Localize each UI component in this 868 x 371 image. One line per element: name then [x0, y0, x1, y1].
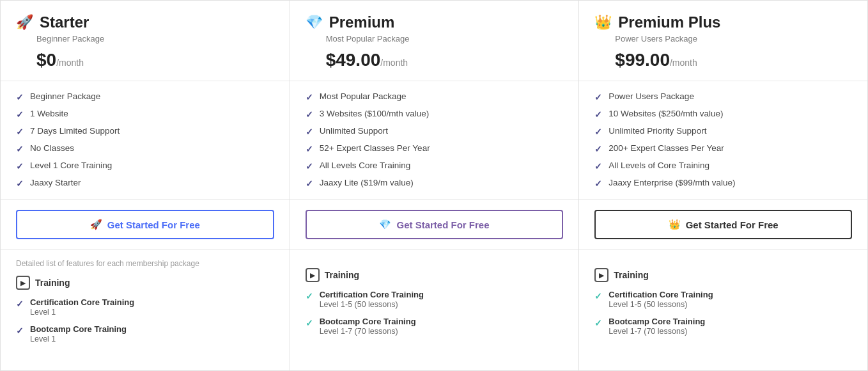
- plan-subtitle-premium: Most Popular Package: [326, 34, 564, 43]
- plan-header-premium-plus: 👑Premium PlusPower Users Package$99.00/m…: [579, 1, 867, 81]
- checkmark-icon: ✓: [594, 92, 602, 102]
- video-icon: ▶: [594, 268, 608, 282]
- plan-name-premium: Premium: [329, 13, 395, 31]
- training-check-icon: ✓: [16, 299, 24, 309]
- feature-item: ✓Most Popular Package: [306, 91, 564, 102]
- training-item-text: Bootcamp Core TrainingLevel 1: [30, 324, 127, 343]
- training-heading-premium-plus: ▶Training: [594, 268, 852, 282]
- btn-icon-premium: 💎: [379, 219, 391, 230]
- feature-item: ✓200+ Expert Classes Per Year: [594, 143, 852, 154]
- feature-text: 1 Website: [30, 109, 68, 118]
- feature-text: 3 Websites ($100/mth value): [320, 109, 430, 118]
- plan-col-starter: 🚀StarterBeginner Package$0/month✓Beginne…: [0, 0, 290, 371]
- training-title: Bootcamp Core Training: [30, 324, 127, 334]
- training-sub: Level 1-5 (50 lessons): [320, 300, 398, 309]
- training-item-text: Certification Core TrainingLevel 1-5 (50…: [608, 290, 713, 309]
- plan-subtitle-premium-plus: Power Users Package: [615, 34, 852, 43]
- feature-item: ✓Jaaxy Lite ($19/m value): [306, 178, 564, 189]
- get-started-button-premium[interactable]: 💎Get Started For Free: [306, 210, 564, 239]
- plan-col-premium: 💎PremiumMost Popular Package$49.00/month…: [290, 0, 579, 371]
- training-item: ✓Certification Core TrainingLevel 1: [16, 297, 274, 317]
- training-check-icon: ✓: [306, 318, 313, 328]
- feature-text: 200+ Expert Classes Per Year: [608, 143, 724, 153]
- get-started-button-starter[interactable]: 🚀Get Started For Free: [16, 210, 274, 239]
- feature-item: ✓Unlimited Support: [306, 126, 564, 137]
- training-check-icon: ✓: [306, 291, 313, 301]
- training-label: Training: [614, 270, 648, 280]
- checkmark-icon: ✓: [16, 178, 24, 189]
- feature-item: ✓Jaaxy Starter: [16, 178, 274, 189]
- training-item-text: Bootcamp Core TrainingLevel 1-7 (70 less…: [320, 317, 416, 336]
- training-label: Training: [35, 278, 70, 288]
- checkmark-icon: ✓: [594, 127, 602, 137]
- training-item: ✓Bootcamp Core TrainingLevel 1-7 (70 les…: [594, 317, 852, 336]
- training-item: ✓Certification Core TrainingLevel 1-5 (5…: [306, 290, 564, 309]
- checkmark-icon: ✓: [16, 144, 24, 154]
- training-sub: Level 1-5 (50 lessons): [608, 300, 687, 309]
- training-title: Certification Core Training: [30, 297, 134, 307]
- training-item: ✓Certification Core TrainingLevel 1-5 (5…: [594, 290, 852, 309]
- feature-text: Beginner Package: [30, 91, 100, 101]
- video-icon: ▶: [306, 268, 320, 282]
- training-sub: Level 1-7 (70 lessons): [320, 327, 398, 336]
- crown-icon: 👑: [594, 14, 612, 31]
- diamond-icon: 💎: [306, 14, 323, 31]
- feature-item: ✓52+ Expert Classes Per Year: [306, 143, 564, 154]
- feature-text: Unlimited Priority Support: [608, 126, 706, 136]
- feature-item: ✓Unlimited Priority Support: [594, 126, 852, 137]
- checkmark-icon: ✓: [594, 109, 602, 120]
- checkmark-icon: ✓: [306, 109, 313, 120]
- feature-item: ✓Jaaxy Enterprise ($99/mth value): [594, 178, 852, 189]
- plan-price-premium: $49.00/month: [326, 50, 564, 70]
- training-heading-premium: ▶Training: [306, 268, 564, 282]
- video-icon: ▶: [16, 276, 30, 290]
- detailed-section-premium: ▶Training✓Certification Core TrainingLev…: [290, 250, 579, 343]
- training-item: ✓Bootcamp Core TrainingLevel 1: [16, 324, 274, 343]
- btn-label-starter: Get Started For Free: [107, 219, 200, 230]
- checkmark-icon: ✓: [594, 161, 602, 171]
- btn-area-premium-plus: 👑Get Started For Free: [579, 200, 867, 250]
- plan-subtitle-starter: Beginner Package: [36, 34, 274, 43]
- checkmark-icon: ✓: [306, 161, 313, 171]
- checkmark-icon: ✓: [306, 178, 313, 189]
- feature-text: Most Popular Package: [320, 91, 407, 101]
- detailed-section-starter: Detailed list of features for each membe…: [1, 250, 290, 351]
- training-item-text: Certification Core TrainingLevel 1-5 (50…: [320, 290, 424, 309]
- btn-icon-premium-plus: 👑: [669, 219, 681, 230]
- training-item-text: Bootcamp Core TrainingLevel 1-7 (70 less…: [608, 317, 705, 336]
- btn-area-premium: 💎Get Started For Free: [290, 200, 579, 250]
- feature-text: Power Users Package: [608, 91, 694, 101]
- plan-features-premium-plus: ✓Power Users Package✓10 Websites ($250/m…: [579, 81, 867, 200]
- feature-text: All Levels Core Training: [320, 161, 411, 170]
- plan-name-premium-plus: Premium Plus: [618, 13, 720, 31]
- plan-price-starter: $0/month: [36, 50, 274, 70]
- feature-item: ✓3 Websites ($100/mth value): [306, 109, 564, 120]
- checkmark-icon: ✓: [16, 109, 24, 120]
- training-sub: Level 1-7 (70 lessons): [608, 327, 687, 336]
- checkmark-icon: ✓: [594, 178, 602, 189]
- checkmark-icon: ✓: [594, 144, 602, 154]
- detailed-label: Detailed list of features for each membe…: [16, 259, 274, 268]
- plan-features-premium: ✓Most Popular Package✓3 Websites ($100/m…: [290, 81, 579, 200]
- training-item: ✓Bootcamp Core TrainingLevel 1-7 (70 les…: [306, 317, 564, 336]
- feature-text: 52+ Expert Classes Per Year: [320, 143, 430, 153]
- checkmark-icon: ✓: [16, 161, 24, 171]
- feature-text: Jaaxy Enterprise ($99/mth value): [608, 178, 735, 187]
- checkmark-icon: ✓: [306, 92, 313, 102]
- feature-item: ✓Beginner Package: [16, 91, 274, 102]
- plan-header-premium: 💎PremiumMost Popular Package$49.00/month: [290, 1, 579, 81]
- get-started-button-premium-plus[interactable]: 👑Get Started For Free: [594, 210, 852, 239]
- feature-text: Unlimited Support: [320, 126, 388, 136]
- feature-item: ✓No Classes: [16, 143, 274, 154]
- training-sub: Level 1: [30, 308, 56, 317]
- training-title: Certification Core Training: [320, 290, 424, 299]
- checkmark-icon: ✓: [306, 127, 313, 137]
- feature-item: ✓7 Days Limited Support: [16, 126, 274, 137]
- plan-col-premium-plus: 👑Premium PlusPower Users Package$99.00/m…: [578, 0, 868, 371]
- btn-area-starter: 🚀Get Started For Free: [1, 200, 290, 250]
- feature-item: ✓All Levels of Core Training: [594, 161, 852, 171]
- btn-icon-starter: 🚀: [90, 219, 102, 230]
- plan-price-premium-plus: $99.00/month: [615, 50, 852, 70]
- checkmark-icon: ✓: [306, 144, 313, 154]
- feature-text: No Classes: [30, 143, 74, 153]
